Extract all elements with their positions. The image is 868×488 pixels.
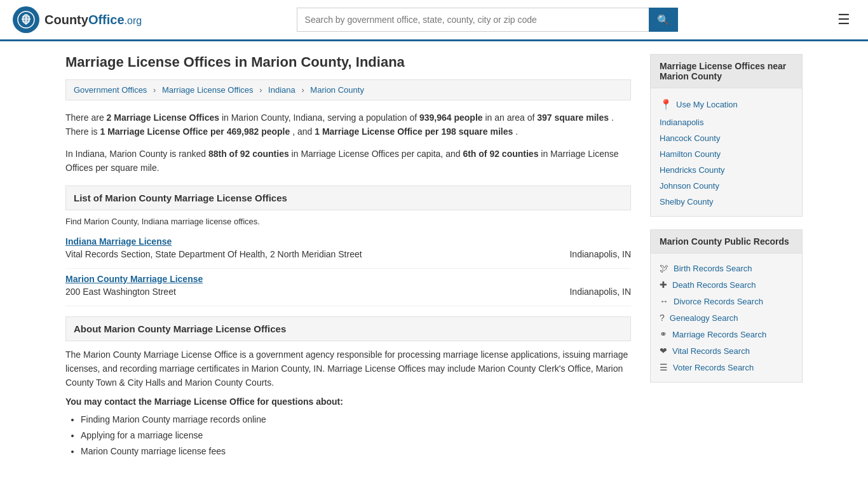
area: 397 square miles xyxy=(537,112,609,123)
description-para2: In Indiana, Marion County is ranked 88th… xyxy=(65,147,631,175)
marriage-records-label: Marriage Records Search xyxy=(672,330,766,339)
office-name-1[interactable]: Indiana Marriage License xyxy=(65,236,631,247)
birth-records-link[interactable]: 🕊 Birth Records Search xyxy=(660,260,793,276)
death-records-label: Death Records Search xyxy=(672,280,756,290)
bullet-item-3: Marion County marriage license fees xyxy=(81,444,631,459)
page-title: Marriage License Offices in Marion Count… xyxy=(65,54,631,71)
divorce-icon: ↔ xyxy=(660,296,668,306)
use-my-location-label: Use My Location xyxy=(676,100,738,109)
bullet-list: Finding Marion County marriage records o… xyxy=(65,412,631,460)
search-area: 🔍 xyxy=(297,8,678,32)
about-text: The Marion County Marriage License Offic… xyxy=(65,348,631,390)
rank-capita: 88th of 92 counties xyxy=(208,149,289,159)
contact-heading: You may contact the Marriage License Off… xyxy=(65,396,631,407)
divorce-records-label: Divorce Records Search xyxy=(674,297,763,306)
nearby-section: Marriage License Offices near Marion Cou… xyxy=(650,54,803,217)
menu-button[interactable]: ☰ xyxy=(832,9,855,30)
genealogy-link[interactable]: ? Genealogy Search xyxy=(660,309,793,326)
public-records-header: Marion County Public Records xyxy=(651,230,802,254)
breadcrumb-indiana[interactable]: Indiana xyxy=(268,85,295,95)
bullet-item-2: Applying for a marriage license xyxy=(81,428,631,444)
birth-icon: 🕊 xyxy=(660,263,668,273)
count-offices: 2 Marriage License Offices xyxy=(107,112,219,123)
search-button[interactable]: 🔍 xyxy=(649,8,678,32)
marriage-records-link[interactable]: ⚭ Marriage Records Search xyxy=(660,326,793,342)
sidebar-link-shelby[interactable]: Shelby County xyxy=(660,194,793,210)
death-icon: ✚ xyxy=(660,280,667,290)
nearby-section-header: Marriage License Offices near Marion Cou… xyxy=(651,55,802,88)
vital-icon: ❤ xyxy=(660,346,667,356)
sidebar-link-hamilton[interactable]: Hamilton County xyxy=(660,146,793,162)
office-entry-2: Marion County Marriage License 200 East … xyxy=(65,269,631,306)
rank-mile: 6th of 92 counties xyxy=(463,149,538,159)
bullet-item-1: Finding Marion County marriage records o… xyxy=(81,412,631,428)
about-section-header: About Marion County Marriage License Off… xyxy=(65,316,631,341)
office-details-2: 200 East Washington Street Indianapolis,… xyxy=(65,287,631,297)
nearby-links: 📍 Use My Location Indianapolis Hancock C… xyxy=(651,88,802,216)
death-records-link[interactable]: ✚ Death Records Search xyxy=(660,276,793,293)
population: 939,964 people xyxy=(419,112,483,123)
breadcrumb: Government Offices › Marriage License Of… xyxy=(65,79,631,100)
office-entry-1: Indiana Marriage License Vital Records S… xyxy=(65,231,631,269)
office-name-2[interactable]: Marion County Marriage License xyxy=(65,274,631,284)
site-header: CountyOffice.org 🔍 ☰ xyxy=(0,0,868,41)
logo-area: CountyOffice.org xyxy=(13,6,142,33)
search-icon: 🔍 xyxy=(657,15,670,25)
menu-icon: ☰ xyxy=(837,11,850,27)
public-records-links: 🕊 Birth Records Search ✚ Death Records S… xyxy=(651,254,802,382)
genealogy-icon: ? xyxy=(660,313,665,323)
breadcrumb-marion-county[interactable]: Marion County xyxy=(310,85,364,95)
office-address-1: Vital Records Section, State Department … xyxy=(65,249,362,259)
logo-icon xyxy=(13,6,39,33)
breadcrumb-gov-offices[interactable]: Government Offices xyxy=(74,85,147,95)
main-container: Marriage License Offices in Marion Count… xyxy=(53,41,815,472)
sidebar-link-johnson[interactable]: Johnson County xyxy=(660,178,793,194)
sidebar-link-hendricks[interactable]: Hendricks County xyxy=(660,162,793,178)
content-area: Marriage License Offices in Marion Count… xyxy=(65,54,631,459)
find-text: Find Marion County, Indiana marriage lic… xyxy=(65,217,631,226)
voter-records-link[interactable]: ☰ Voter Records Search xyxy=(660,359,793,376)
sidebar-link-hancock[interactable]: Hancock County xyxy=(660,130,793,146)
search-input[interactable] xyxy=(297,8,649,32)
location-icon: 📍 xyxy=(660,98,672,111)
vital-records-label: Vital Records Search xyxy=(672,346,750,356)
logo-text: CountyOffice.org xyxy=(44,13,142,27)
sidebar-link-indianapolis[interactable]: Indianapolis xyxy=(660,114,793,130)
breadcrumb-marriage-offices[interactable]: Marriage License Offices xyxy=(162,85,254,95)
per-capita: 1 Marriage License Office per 469,982 pe… xyxy=(100,126,290,137)
office-address-2: 200 East Washington Street xyxy=(65,287,176,297)
description-para1: There are 2 Marriage License Offices in … xyxy=(65,111,631,139)
voter-records-label: Voter Records Search xyxy=(673,363,754,372)
per-mile: 1 Marriage License Office per 198 square… xyxy=(315,126,513,137)
birth-records-label: Birth Records Search xyxy=(674,264,752,273)
office-details-1: Vital Records Section, State Department … xyxy=(65,249,631,259)
use-my-location-link[interactable]: 📍 Use My Location xyxy=(660,95,793,114)
marriage-icon: ⚭ xyxy=(660,329,667,339)
sidebar: Marriage License Offices near Marion Cou… xyxy=(650,54,803,459)
office-city-2: Indianapolis, IN xyxy=(569,287,631,297)
voter-icon: ☰ xyxy=(660,362,668,372)
list-section-header: List of Marion County Marriage License O… xyxy=(65,186,631,210)
genealogy-label: Genealogy Search xyxy=(670,313,738,323)
divorce-records-link[interactable]: ↔ Divorce Records Search xyxy=(660,293,793,309)
vital-records-link[interactable]: ❤ Vital Records Search xyxy=(660,342,793,359)
public-records-section: Marion County Public Records 🕊 Birth Rec… xyxy=(650,229,803,383)
office-city-1: Indianapolis, IN xyxy=(569,249,631,259)
